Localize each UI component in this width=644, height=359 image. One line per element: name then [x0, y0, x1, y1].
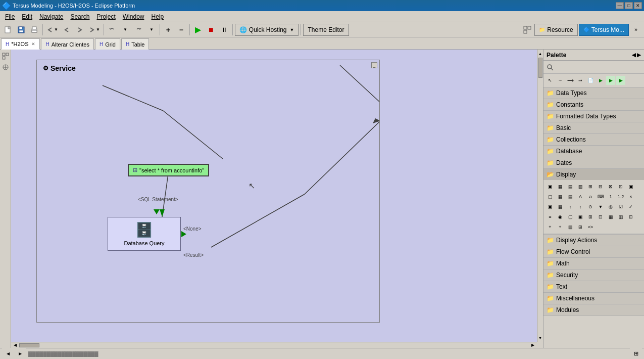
tersus-perspective-button[interactable]: 🔷 Tersus Mo...: [579, 24, 629, 36]
display-icon-3[interactable]: ▤: [566, 182, 575, 191]
palette-run3-icon[interactable]: ▶: [616, 76, 625, 85]
menu-file[interactable]: File: [2, 12, 18, 21]
menu-help[interactable]: Help: [148, 12, 167, 21]
close-button[interactable]: ✕: [634, 2, 642, 9]
quick-hosting-button[interactable]: 🌐 Quick Hosting ▼: [235, 24, 299, 36]
zoom-in-button[interactable]: +: [162, 24, 174, 36]
print-button[interactable]: [28, 24, 40, 36]
palette-section-security-header[interactable]: 📁 Security: [543, 270, 644, 281]
menu-project[interactable]: Project: [93, 12, 118, 21]
new-button[interactable]: [2, 24, 14, 36]
palette-run1-icon[interactable]: ▶: [596, 76, 605, 85]
display-icon-5[interactable]: ⊞: [586, 182, 595, 191]
display-icon-13[interactable]: A: [576, 192, 585, 201]
tab-table[interactable]: H Table: [121, 38, 150, 50]
display-icon-14[interactable]: a: [586, 192, 595, 201]
v-scroll-thumb[interactable]: [538, 58, 542, 78]
status-scroll-left[interactable]: ◀: [2, 348, 14, 360]
display-icon-4[interactable]: ▥: [576, 182, 585, 191]
tab-h2os-close[interactable]: ✕: [31, 41, 35, 47]
suspend-button[interactable]: ⏸: [218, 24, 230, 36]
forward-button[interactable]: [74, 24, 86, 36]
display-icon-8[interactable]: ⊡: [616, 182, 625, 191]
display-icon-12[interactable]: ▤: [566, 192, 575, 201]
menu-edit[interactable]: Edit: [19, 12, 35, 21]
palette-section-data-types-header[interactable]: 📁 Data Types: [543, 87, 644, 99]
palette-node-icon[interactable]: 📄: [586, 76, 595, 85]
display-icon-33[interactable]: ⊡: [596, 212, 605, 221]
left-icon-2[interactable]: [1, 63, 10, 72]
status-scroll-right[interactable]: ▶: [14, 348, 26, 360]
v-scroll-down[interactable]: ▼: [537, 334, 543, 342]
undo-button[interactable]: [106, 24, 118, 36]
display-icon-31[interactable]: ▣: [576, 212, 585, 221]
zoom-out-button[interactable]: −: [175, 24, 187, 36]
canvas-area[interactable]: ⚙ Service _: [11, 50, 543, 348]
display-icon-22[interactable]: ↕: [576, 202, 585, 211]
display-icon-20[interactable]: ▦: [556, 202, 565, 211]
display-icon-1[interactable]: ▣: [546, 182, 555, 191]
palette-section-database-header[interactable]: 📁 Database: [543, 146, 644, 157]
palette-search-button[interactable]: [546, 63, 555, 72]
display-icon-11[interactable]: ▦: [556, 192, 565, 201]
display-icon-26[interactable]: ☑: [616, 202, 625, 211]
palette-section-basic-header[interactable]: 📁 Basic: [543, 122, 644, 133]
display-icon-19[interactable]: ▣: [546, 202, 555, 211]
status-grid-button[interactable]: ⊞: [630, 348, 642, 360]
back-button[interactable]: [61, 24, 73, 36]
display-icon-2[interactable]: ▦: [556, 182, 565, 191]
run-button[interactable]: ▶: [192, 24, 204, 36]
display-icon-10[interactable]: ▢: [546, 192, 555, 201]
v-scroll-up[interactable]: ▲: [537, 50, 543, 58]
palette-flow2-icon[interactable]: ⟶: [566, 76, 575, 85]
display-icon-7[interactable]: ⊠: [606, 182, 615, 191]
resource-button[interactable]: 📁 Resource: [534, 24, 577, 36]
h-scroll-right[interactable]: ▶: [529, 342, 537, 348]
forward-dropdown[interactable]: ▼: [87, 24, 102, 36]
display-icon-27[interactable]: ✓: [626, 202, 635, 211]
h-scroll-thumb[interactable]: [19, 343, 39, 347]
db-query-node[interactable]: 🗄️ Database Query: [108, 217, 181, 251]
tab-alterar[interactable]: H Alterar Clientes: [41, 38, 93, 50]
menu-window[interactable]: Window: [120, 12, 147, 21]
display-icon-24[interactable]: ▼: [596, 202, 605, 211]
back-dropdown[interactable]: ▼: [45, 24, 60, 36]
palette-section-display-header[interactable]: 📂 Display: [543, 169, 644, 180]
display-icon-35[interactable]: ▥: [616, 212, 625, 221]
display-icon-32[interactable]: ⊞: [586, 212, 595, 221]
v-scrollbar[interactable]: ▲ ▼: [537, 50, 543, 342]
tab-h2os[interactable]: H *H2OS ✕: [1, 38, 40, 50]
display-icon-34[interactable]: ▦: [606, 212, 615, 221]
palette-flow3-icon[interactable]: ⇒: [576, 76, 585, 85]
display-icon-41[interactable]: <>: [586, 222, 595, 232]
display-icon-38[interactable]: +: [556, 222, 565, 232]
display-icon-25[interactable]: ◎: [606, 202, 615, 211]
palette-section-modules-header[interactable]: 📁 Modules: [543, 304, 644, 316]
toolbar-expand[interactable]: »: [630, 24, 642, 36]
h-scrollbar[interactable]: ◀ ▶: [11, 342, 537, 348]
display-icon-18[interactable]: ×: [626, 192, 635, 201]
stop-button[interactable]: ■: [205, 24, 217, 36]
palette-flow1-icon[interactable]: →: [556, 76, 565, 85]
palette-collapse-button[interactable]: ◀: [632, 52, 636, 58]
palette-run2-icon[interactable]: ▶: [606, 76, 615, 85]
palette-section-display-actions-header[interactable]: 📁 Display Actions: [543, 235, 644, 246]
display-icon-15[interactable]: ⌨: [596, 192, 605, 201]
minimize-button[interactable]: —: [616, 2, 624, 9]
display-icon-17[interactable]: 1.2: [616, 192, 625, 201]
h-scroll-left[interactable]: ◀: [11, 342, 19, 348]
palette-section-constants-header[interactable]: 📁 Constants: [543, 99, 644, 110]
display-icon-37[interactable]: +: [546, 222, 555, 232]
palette-expand-button[interactable]: ▶: [637, 52, 641, 58]
palette-section-miscellaneous-header[interactable]: 📁 Miscellaneous: [543, 293, 644, 304]
palette-section-collections-header[interactable]: 📁 Collections: [543, 134, 644, 145]
display-icon-39[interactable]: ▤: [566, 222, 575, 232]
redo-button[interactable]: [132, 24, 144, 36]
palette-section-formatted-data-types-header[interactable]: 📁 Formatted Data Types: [543, 111, 644, 122]
display-icon-9[interactable]: ▣: [626, 182, 635, 191]
palette-select-icon[interactable]: ↖: [546, 76, 555, 85]
maximize-button[interactable]: □: [625, 2, 633, 9]
display-icon-16[interactable]: 1: [606, 192, 615, 201]
palette-scroll[interactable]: 📁 Data Types 📁 Constants 📁 Formatted Dat…: [543, 87, 644, 348]
display-icon-36[interactable]: ⊟: [626, 212, 635, 221]
